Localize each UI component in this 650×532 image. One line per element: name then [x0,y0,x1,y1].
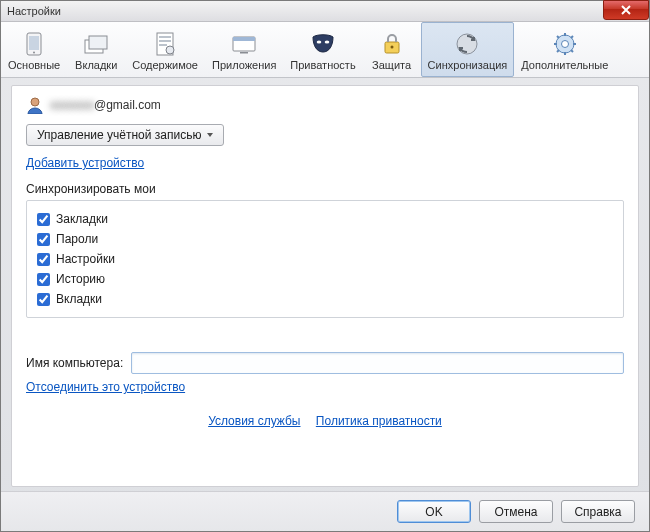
svg-point-13 [317,40,322,43]
sync-label: Закладки [56,212,108,226]
svg-rect-6 [159,36,171,38]
disconnect-device-link[interactable]: Отсоединить это устройство [26,380,185,394]
svg-point-9 [166,46,174,54]
ok-button[interactable]: OK [397,500,471,523]
tab-applications[interactable]: Приложения [205,22,283,77]
svg-rect-7 [159,40,171,42]
svg-point-2 [33,51,35,53]
computer-name-input[interactable] [131,352,624,374]
tab-label: Дополнительные [521,59,608,71]
email-visible-part: @gmail.com [94,98,161,112]
close-icon [621,5,631,15]
computer-name-label: Имя компьютера: [26,356,123,370]
tab-sync[interactable]: Синхронизация [421,22,515,77]
cancel-button[interactable]: Отмена [479,500,553,523]
sync-panel: xxxxxxxx@gmail.com Управление учётной за… [11,85,639,487]
tab-label: Основные [8,59,60,71]
chevron-down-icon [207,133,213,137]
svg-line-25 [571,50,573,52]
sync-item-settings[interactable]: Настройки [37,249,613,269]
tab-privacy[interactable]: Приватность [283,22,362,77]
privacy-link[interactable]: Политика приватности [316,414,442,428]
titlebar: Настройки [1,1,649,22]
close-button[interactable] [603,0,649,20]
svg-point-14 [325,40,330,43]
help-button[interactable]: Справка [561,500,635,523]
sync-checkbox-settings[interactable] [37,253,50,266]
window-title: Настройки [5,5,61,17]
policy-links: Условия службы Политика приватности [26,414,624,428]
svg-rect-8 [159,44,167,46]
manage-account-button[interactable]: Управление учётной записью [26,124,224,146]
add-device-link[interactable]: Добавить устройство [26,156,144,170]
sync-label: Историю [56,272,105,286]
tab-security[interactable]: Защита [363,22,421,77]
sync-label: Настройки [56,252,115,266]
tabs-icon [83,31,109,57]
tab-label: Приватность [290,59,355,71]
account-email: xxxxxxxx@gmail.com [50,98,161,112]
tab-label: Содержимое [132,59,198,71]
svg-point-19 [561,40,568,47]
tab-label: Приложения [212,59,276,71]
mask-icon [310,31,336,57]
tab-label: Вкладки [75,59,117,71]
lock-icon [379,31,405,57]
gear-icon [552,31,578,57]
apps-icon [231,31,257,57]
sync-icon [454,31,480,57]
svg-point-16 [390,45,393,48]
sync-checkbox-bookmarks[interactable] [37,213,50,226]
svg-rect-1 [29,36,39,50]
sync-checkbox-tabs[interactable] [37,293,50,306]
sync-item-tabs[interactable]: Вкладки [37,289,613,309]
sync-heading: Синхронизировать мои [26,182,624,196]
sync-item-passwords[interactable]: Пароли [37,229,613,249]
sync-items-box: Закладки Пароли Настройки Историю Вкладк… [26,200,624,318]
settings-toolbar: Основные Вкладки Содержимое Приложения П [1,22,649,78]
account-row: xxxxxxxx@gmail.com [26,96,624,114]
svg-line-24 [557,36,559,38]
tab-advanced[interactable]: Дополнительные [514,22,615,77]
avatar-icon [26,96,44,114]
manage-account-label: Управление учётной записью [37,128,201,142]
sync-checkbox-passwords[interactable] [37,233,50,246]
terms-link[interactable]: Условия службы [208,414,300,428]
tab-general[interactable]: Основные [1,22,67,77]
svg-point-28 [31,98,39,106]
tab-label: Синхронизация [428,59,508,71]
computer-name-row: Имя компьютера: [26,352,624,374]
sync-label: Пароли [56,232,98,246]
sync-item-history[interactable]: Историю [37,269,613,289]
svg-rect-4 [89,36,107,49]
svg-line-27 [557,50,559,52]
svg-rect-11 [233,37,255,41]
sync-checkbox-history[interactable] [37,273,50,286]
tab-tabs[interactable]: Вкладки [67,22,125,77]
sync-item-bookmarks[interactable]: Закладки [37,209,613,229]
phone-icon [21,31,47,57]
tab-label: Защита [372,59,411,71]
email-blurred-part: xxxxxxxx [50,98,94,112]
dialog-footer: OK Отмена Справка [1,491,649,531]
sync-label: Вкладки [56,292,102,306]
svg-rect-12 [240,52,248,54]
settings-window: Настройки Основные Вкладки Содержимое [0,0,650,532]
document-icon [152,31,178,57]
tab-content[interactable]: Содержимое [125,22,205,77]
svg-line-26 [571,36,573,38]
